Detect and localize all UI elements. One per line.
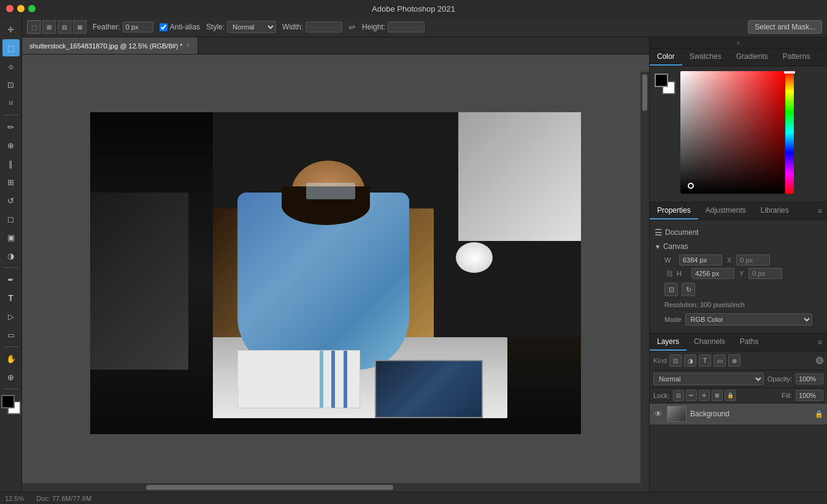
marquee-tool[interactable]: ⬚ — [2, 39, 20, 56]
fit-canvas-btn[interactable]: ⊡ — [664, 283, 678, 296]
lasso-tool[interactable]: ⌾ — [2, 58, 20, 75]
minimize-button[interactable] — [17, 5, 25, 12]
y-col — [748, 268, 782, 279]
eyedropper-tool[interactable]: ✏ — [2, 118, 20, 136]
document-label: Document — [665, 228, 699, 237]
layers-menu-btn[interactable]: ≡ — [813, 335, 827, 349]
swap-dimensions-btn[interactable]: ⇌ — [348, 22, 356, 32]
canvas-h-label: H — [677, 270, 689, 277]
history-brush-tool[interactable]: ↺ — [2, 192, 20, 209]
canvas-height-input[interactable] — [691, 268, 734, 279]
horizontal-scrollbar[interactable] — [22, 483, 640, 492]
layer-item-background[interactable]: 👁 Background 🔒 — [650, 403, 827, 425]
mode-select[interactable]: RGB Color CMYK Color Grayscale Lab Color — [685, 313, 812, 326]
properties-menu-btn[interactable]: ≡ — [813, 204, 827, 218]
lock-artboard-btn[interactable]: ⊠ — [712, 390, 723, 401]
move-tool[interactable]: ✛ — [2, 21, 20, 38]
stamp-tool[interactable]: ⊞ — [2, 174, 20, 191]
add-selection-btn[interactable]: ⊞ — [42, 20, 56, 34]
vertical-scrollbar[interactable] — [640, 72, 649, 492]
document-section[interactable]: ☰ Document — [655, 225, 822, 240]
tab-libraries[interactable]: Libraries — [753, 202, 796, 220]
heal-tool[interactable]: ⊕ — [2, 137, 20, 154]
zoom-tool[interactable]: ⊕ — [2, 368, 20, 386]
filter-toggle[interactable] — [816, 357, 823, 364]
panel-collapse-top[interactable]: » — [650, 37, 827, 48]
canvas-content[interactable] — [22, 55, 649, 492]
filter-smart-btn[interactable]: ⊕ — [728, 354, 740, 367]
filter-pixel-btn[interactable]: ⊡ — [669, 354, 682, 367]
lock-pixels-btn[interactable]: ✏ — [686, 390, 697, 401]
tab-properties[interactable]: Properties — [650, 202, 698, 220]
text-tool[interactable]: T — [2, 289, 20, 307]
canvas-width-input[interactable] — [679, 254, 722, 265]
hue-indicator — [784, 71, 795, 74]
width-option: Width: — [282, 21, 342, 32]
tab-color[interactable]: Color — [650, 48, 682, 66]
select-mask-button[interactable]: Select and Mask... — [748, 20, 822, 34]
crop-tool[interactable]: ⌗ — [2, 94, 20, 112]
lock-all-btn[interactable]: 🔒 — [725, 390, 736, 401]
filter-type-btn[interactable]: T — [699, 354, 711, 367]
color-picker-area[interactable] — [680, 71, 822, 197]
canvas-area: shutterstock_1654831870.jpg @ 12.5% (RGB… — [22, 37, 649, 492]
maximize-button[interactable] — [28, 5, 36, 12]
intersect-selection-btn[interactable]: ⊠ — [73, 20, 87, 34]
dodge-tool[interactable]: ◑ — [2, 247, 20, 264]
style-select[interactable]: Normal Fixed Ratio Fixed Size — [227, 21, 276, 33]
close-button[interactable] — [6, 5, 13, 12]
path-select-tool[interactable]: ▷ — [2, 308, 20, 325]
tab-adjustments[interactable]: Adjustments — [698, 202, 753, 220]
scrollbar-thumb-v[interactable] — [642, 74, 647, 111]
color-tabs: Color Swatches Gradients Patterns — [650, 48, 827, 66]
scrollbar-thumb-h[interactable] — [146, 485, 393, 490]
doc-info: Doc: 77.6M/77.6M — [36, 495, 91, 502]
filter-shape-btn[interactable]: ▭ — [714, 354, 726, 367]
style-option: Style: Normal Fixed Ratio Fixed Size — [206, 21, 276, 33]
hand-tool[interactable]: ✋ — [2, 350, 20, 367]
fill-input[interactable] — [796, 390, 823, 401]
lock-position-btn[interactable]: ✛ — [699, 390, 710, 401]
layer-visibility-toggle[interactable]: 👁 — [653, 409, 663, 419]
height-input[interactable] — [388, 21, 425, 32]
foreground-color-swatch[interactable] — [655, 74, 668, 87]
canvas-x-input[interactable] — [736, 254, 770, 265]
lock-transparent-btn[interactable]: ⊡ — [673, 390, 684, 401]
tab-gradients[interactable]: Gradients — [729, 48, 775, 66]
tab-close-btn[interactable]: × — [187, 42, 190, 49]
canvas-section-header[interactable]: ▼ Canvas — [655, 240, 822, 253]
gradient-tool[interactable]: ▣ — [2, 229, 20, 246]
tab-layers[interactable]: Layers — [650, 334, 687, 351]
blend-mode-row: Normal Dissolve Multiply Screen Overlay … — [650, 370, 827, 388]
filter-adjustment-btn[interactable]: ◑ — [684, 354, 696, 367]
mode-row: Mode RGB Color CMYK Color Grayscale Lab … — [655, 311, 822, 328]
toolbar-separator-2 — [4, 267, 18, 268]
opacity-input[interactable] — [796, 373, 823, 384]
layers-tabs: Layers Channels Paths ≡ — [650, 334, 827, 351]
hue-slider[interactable] — [785, 71, 794, 194]
rotate-canvas-btn[interactable]: ↻ — [682, 283, 695, 296]
feather-input[interactable] — [123, 21, 153, 32]
tab-swatches[interactable]: Swatches — [682, 48, 729, 66]
shapes-tool[interactable]: ▭ — [2, 326, 20, 343]
tab-paths[interactable]: Paths — [733, 334, 766, 351]
width-input[interactable] — [306, 21, 342, 32]
pen-tool[interactable]: ✒ — [2, 271, 20, 288]
tab-patterns[interactable]: Patterns — [775, 48, 818, 66]
fg-bg-color-selector[interactable] — [1, 395, 21, 414]
antialias-checkbox[interactable] — [160, 23, 167, 31]
width-col: W — [664, 254, 722, 265]
blend-mode-select[interactable]: Normal Dissolve Multiply Screen Overlay — [653, 373, 764, 385]
brush-tool[interactable]: ∥ — [2, 155, 20, 172]
color-saturation-gradient[interactable] — [680, 71, 785, 194]
document-tab[interactable]: shutterstock_1654831870.jpg @ 12.5% (RGB… — [22, 37, 198, 54]
new-selection-btn[interactable]: ⬚ — [27, 20, 40, 34]
tab-channels[interactable]: Channels — [687, 334, 733, 351]
status-bar: 12.5% Doc: 77.6M/77.6M — [0, 492, 827, 504]
canvas-y-input[interactable] — [748, 268, 782, 279]
object-select-tool[interactable]: ⊡ — [2, 76, 20, 93]
subtract-selection-btn[interactable]: ⊟ — [58, 20, 71, 34]
canvas-dimensions-row: W X — [655, 253, 822, 267]
eraser-tool[interactable]: ◻ — [2, 210, 20, 227]
chain-icon: ⛓ — [664, 269, 674, 278]
